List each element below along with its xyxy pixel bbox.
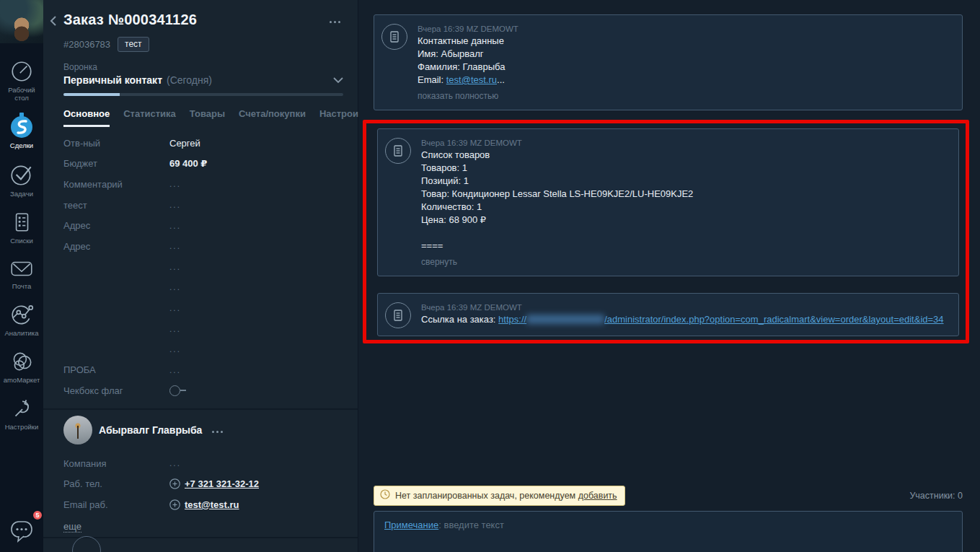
field-row: Комментарий... [63,174,343,195]
lead-panel: Заказ №000341126 #28036783 тест Воронка … [43,0,358,552]
note-input[interactable]: Примечание: введите текст [374,511,963,552]
contact-email-link[interactable]: test@test.ru [185,499,239,510]
company-value[interactable]: ... [169,458,181,468]
lead-id-row: #28036783 тест [63,37,343,52]
field-value[interactable]: ... [169,365,181,375]
stage-progress-fill [63,93,120,96]
more-icon[interactable] [210,422,225,437]
field-row: Раб. тел. +7 321 321-32-12 [63,473,343,494]
note-timestamp: Вчера 16:39 MZ DEMOWT [421,302,944,313]
sidebar-item-analytics[interactable]: Аналитика [0,302,43,337]
lead-id: #28036783 [63,39,110,50]
field-row: Бюджет69 400 ₽ [63,154,343,175]
contact-phone-link[interactable]: +7 321 321-32-12 [185,478,259,489]
add-task-link[interactable]: добавить [578,491,617,501]
feed-note-product-list[interactable]: Вчера 16:39 MZ DEMOWT Список товаров Тов… [377,128,959,276]
contact-name[interactable]: Абырвалг Главрыба [99,424,202,436]
field-row: Отв-ныйСергей [63,133,343,154]
analytics-icon [9,302,35,327]
deals-icon [9,112,35,139]
back-icon[interactable] [49,15,58,29]
email-link[interactable]: test@test.ru [446,74,497,85]
field-row: Чекбокс флаг [63,380,343,401]
app-window: Рабочий стол Сделки Задачи [0,0,980,552]
sidebar-item-market[interactable]: amoМаркет [0,349,43,384]
field-value[interactable]: ... [169,282,181,292]
field-row: ... [63,318,343,339]
lead-tabs: Основное Статистика Товары Счета/покупки… [63,108,343,127]
field-value[interactable]: ... [169,303,181,313]
show-more-link[interactable]: еще [63,521,81,533]
plus-circle-icon[interactable] [169,499,180,510]
note-doc-icon [385,138,411,164]
note-type-selector[interactable]: Примечание [384,520,438,530]
lead-fields: Отв-ныйСергей Бюджет69 400 ₽ Комментарий… [63,133,343,401]
note-input-placeholder: : введите текст [438,520,504,530]
feed-note-order-link[interactable]: Вчера 16:39 MZ DEMOWT Ссылка на заказ: h… [377,293,959,336]
user-avatar[interactable] [0,0,43,43]
sidebar-item-mail[interactable]: Почта [0,257,43,290]
note-timestamp: Вчера 16:39 MZ DEMOWT [418,23,518,35]
mail-icon [9,257,35,280]
chat-unread-badge: 5 [32,509,43,521]
field-row: ... [63,277,343,298]
field-row: Адрес... [63,236,343,257]
page-title: Заказ №000341126 [63,12,197,28]
contact-card: Абырвалг Главрыба Компания ... Раб. тел.… [63,416,343,533]
add-entity-button[interactable] [72,536,101,552]
field-value[interactable]: ... [169,179,181,189]
divider [43,408,358,410]
market-icon [9,349,35,374]
tab-invoices[interactable]: Счета/покупки [239,108,306,127]
event-feed: Вчера 16:39 MZ DEMOWT Контактные данные … [358,0,980,552]
field-value[interactable]: 69 400 ₽ [169,158,207,169]
field-value[interactable]: ... [169,262,181,272]
tab-main[interactable]: Основное [63,108,110,127]
checkbox-toggle[interactable] [169,385,186,396]
tasks-icon [9,162,35,188]
note-doc-icon [385,302,411,328]
collapse-link[interactable]: свернуть [421,255,693,268]
field-row: ПРОБА... [63,360,343,381]
lists-icon [9,210,34,235]
field-row: Компания ... [63,453,343,474]
order-url-link[interactable]: https:///administrator/index.php?option=… [498,314,943,325]
tab-products[interactable]: Товары [190,108,225,127]
sidebar-item-lists[interactable]: Списки [0,210,43,245]
blurred-domain [526,315,604,324]
contact-avatar[interactable] [63,416,92,444]
field-value[interactable]: Сергей [169,138,200,149]
field-row: Email раб. test@test.ru [63,494,343,515]
field-value[interactable]: ... [169,324,181,334]
more-icon[interactable] [327,12,343,28]
lead-header: Заказ №000341126 [63,0,343,28]
sidebar-item-desktop[interactable]: Рабочий стол [0,59,43,102]
pipeline-label: Воронка [63,62,343,72]
sidebar-item-settings[interactable]: Настройки [0,396,43,431]
lead-tag[interactable]: тест [118,37,149,52]
show-full-link[interactable]: показать полностью [418,89,518,102]
field-value[interactable]: ... [169,221,181,231]
task-notice: Нет запланированных задач, рекомендуем д… [374,486,625,506]
field-value[interactable]: ... [169,241,181,251]
feed-bottom-row: Нет запланированных задач, рекомендуем д… [374,486,963,506]
tab-stats[interactable]: Статистика [123,108,176,127]
feed-note-contact-data[interactable]: Вчера 16:39 MZ DEMOWT Контактные данные … [374,14,963,110]
sidebar-item-tasks[interactable]: Задачи [0,162,43,198]
field-value[interactable]: ... [169,200,181,210]
stage-selector[interactable]: Первичный контакт (Сегодня) [63,74,343,86]
sidebar-item-label: amoМаркет [4,376,40,384]
sidebar-item-label: Настройки [5,423,39,431]
chat-icon [7,535,36,546]
plus-circle-icon[interactable] [169,478,180,489]
sidebar-item-label: Почта [12,282,31,290]
sidebar-item-deals[interactable]: Сделки [0,112,43,149]
field-value[interactable]: ... [169,344,181,354]
stage-name: Первичный контакт [63,74,162,86]
sidebar-item-label: Задачи [10,190,33,198]
stage-progress-bar[interactable] [63,93,343,96]
chevron-down-icon[interactable] [333,75,343,86]
field-row: ... [63,298,343,319]
sidebar-item-label: Сделки [10,141,33,149]
chat-button[interactable]: 5 [7,515,36,546]
